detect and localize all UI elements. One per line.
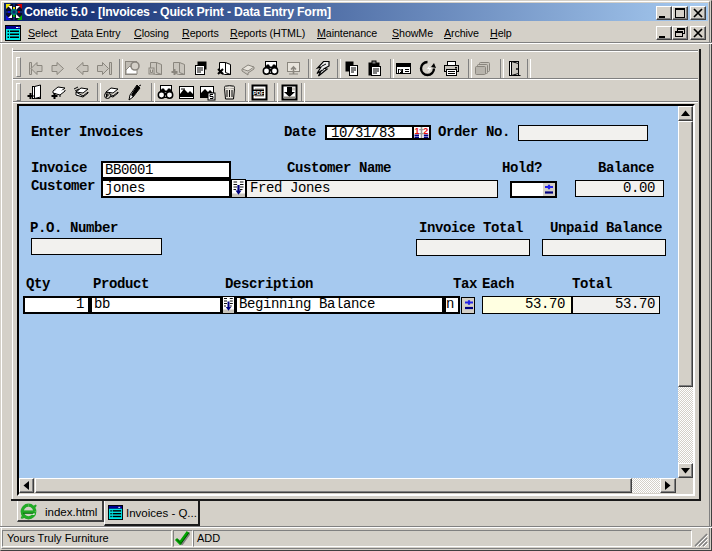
svg-text:PDF: PDF: [253, 90, 265, 96]
